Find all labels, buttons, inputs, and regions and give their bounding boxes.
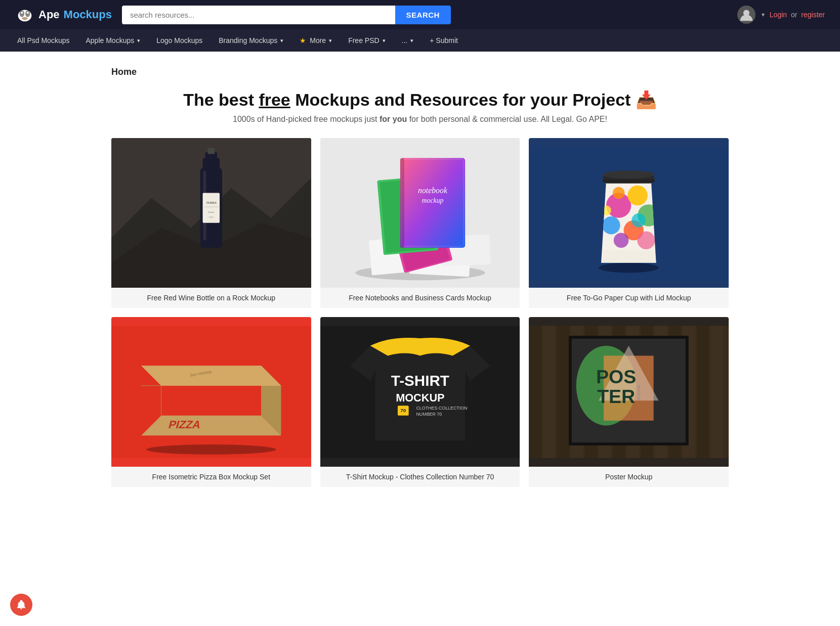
- mockup-card-poster[interactable]: POS TER MOCKUP Poster Mockup: [529, 317, 729, 487]
- auth-links: Login or register: [770, 11, 825, 19]
- svg-point-44: [637, 231, 655, 249]
- mockup-card-pizza[interactable]: PIZZA box mockup Free Isometric Pizza Bo…: [111, 317, 311, 487]
- svg-rect-81: [710, 326, 723, 458]
- svg-text:T-SHIRT: T-SHIRT: [391, 372, 449, 389]
- nav-submit[interactable]: + Submit: [423, 29, 465, 52]
- svg-marker-54: [141, 366, 281, 385]
- svg-text:NUMBER 70: NUMBER 70: [416, 412, 442, 417]
- pizza-illustration: PIZZA box mockup: [111, 317, 311, 467]
- mockup-card-tshirt[interactable]: T-SHIRT MOCKUP 70 CLOTHES COLLECTION NUM…: [320, 317, 520, 487]
- hero-title: The best free Mockups and Resources for …: [111, 90, 729, 110]
- svg-point-41: [602, 216, 620, 235]
- nav-all-psd[interactable]: All Psd Mockups: [10, 29, 76, 52]
- search-button[interactable]: SEARCH: [395, 6, 451, 24]
- svg-point-37: [603, 170, 655, 178]
- logo-icon: [15, 5, 34, 24]
- user-icon: [739, 8, 753, 22]
- svg-text:mockup: mockup: [422, 197, 443, 204]
- logo-text-mockups: Mockups: [64, 8, 112, 21]
- mockup-grid: TERRA Estate 2019 Free Red Wine Bottle o…: [111, 138, 729, 487]
- user-menu-chevron[interactable]: ▾: [762, 11, 765, 18]
- svg-text:CLOTHES COLLECTION: CLOTHES COLLECTION: [416, 406, 467, 411]
- mockup-card-wine[interactable]: TERRA Estate 2019 Free Red Wine Bottle o…: [111, 138, 311, 308]
- search-bar: SEARCH: [122, 6, 451, 24]
- card-image-notebooks: notebook mockup: [320, 138, 520, 288]
- card-image-tshirt: T-SHIRT MOCKUP 70 CLOTHES COLLECTION NUM…: [320, 317, 520, 467]
- svg-text:TERRA: TERRA: [206, 201, 217, 204]
- hero-title-free: free: [259, 90, 290, 109]
- card-label-tshirt: T-Shirt Mockup - Clothes Collection Numb…: [320, 467, 520, 487]
- svg-rect-19: [203, 170, 206, 240]
- svg-point-3: [21, 12, 23, 14]
- main-content: Home The best free Mockups and Resources…: [101, 52, 739, 502]
- svg-rect-48: [603, 180, 655, 183]
- svg-text:Estate: Estate: [208, 211, 215, 213]
- svg-text:MOCKUP: MOCKUP: [637, 385, 641, 401]
- login-link[interactable]: Login: [770, 11, 787, 19]
- svg-rect-68: [529, 326, 541, 458]
- card-image-pizza: PIZZA box mockup: [111, 317, 311, 467]
- svg-point-39: [628, 186, 648, 205]
- search-input[interactable]: [122, 6, 395, 24]
- nav-dots[interactable]: ...: [395, 29, 421, 52]
- svg-text:2019: 2019: [209, 216, 214, 218]
- or-text: or: [791, 11, 797, 19]
- hero-title-after: Mockups and Resources for your Project 📥: [290, 90, 657, 109]
- wine-illustration: TERRA Estate 2019: [111, 138, 311, 288]
- svg-rect-33: [400, 158, 404, 248]
- card-label-pizza: Free Isometric Pizza Box Mockup Set: [111, 467, 311, 487]
- svg-point-46: [632, 213, 646, 228]
- hero-subtitle: 1000s of Hand-picked free mockups just f…: [111, 115, 729, 124]
- mockup-card-cup[interactable]: Free To-Go Paper Cup with Lid Mockup: [529, 138, 729, 308]
- card-image-wine: TERRA Estate 2019: [111, 138, 311, 288]
- logo-link[interactable]: ApeMockups: [15, 5, 112, 24]
- breadcrumb: Home: [111, 67, 729, 77]
- card-image-cup: [529, 138, 729, 288]
- svg-rect-13: [207, 148, 215, 154]
- user-avatar[interactable]: [737, 6, 755, 24]
- star-icon: ★: [300, 36, 306, 44]
- svg-point-5: [22, 17, 27, 20]
- svg-text:POS: POS: [596, 366, 636, 387]
- register-link[interactable]: register: [801, 11, 825, 19]
- nav-more[interactable]: ★More: [292, 29, 339, 52]
- card-label-cup: Free To-Go Paper Cup with Lid Mockup: [529, 288, 729, 308]
- svg-text:PIZZA: PIZZA: [167, 418, 202, 431]
- svg-point-4: [27, 12, 29, 14]
- main-nav: All Psd Mockups Apple Mockups Logo Mocku…: [0, 29, 840, 52]
- svg-point-35: [599, 263, 658, 273]
- hero-subtitle-after: for both personal & commercial use. All …: [407, 115, 607, 123]
- tshirt-illustration: T-SHIRT MOCKUP 70 CLOTHES COLLECTION NUM…: [320, 317, 520, 467]
- hero-subtitle-before: 1000s of Hand-picked free mockups just: [233, 115, 380, 123]
- mockup-card-notebooks[interactable]: notebook mockup Free Notebooks and Busin…: [320, 138, 520, 308]
- card-label-wine: Free Red Wine Bottle on a Rock Mockup: [111, 288, 311, 308]
- poster-illustration: POS TER MOCKUP: [529, 317, 729, 467]
- svg-point-43: [614, 233, 629, 248]
- notebooks-illustration: notebook mockup: [320, 138, 520, 288]
- svg-rect-70: [557, 326, 570, 458]
- svg-text:TER: TER: [597, 386, 635, 407]
- hero-subtitle-bold: for you: [380, 115, 407, 123]
- card-image-poster: POS TER MOCKUP: [529, 317, 729, 467]
- svg-point-45: [613, 187, 625, 199]
- hero-title-before: The best: [183, 90, 259, 109]
- svg-rect-80: [697, 326, 709, 458]
- header-right: ▾ Login or register: [737, 6, 825, 24]
- svg-point-50: [146, 444, 276, 455]
- nav-apple[interactable]: Apple Mockups: [78, 29, 147, 52]
- svg-text:MOCKUP: MOCKUP: [396, 391, 444, 404]
- svg-rect-69: [543, 326, 556, 458]
- card-label-notebooks: Free Notebooks and Business Cards Mockup: [320, 288, 520, 308]
- svg-text:notebook: notebook: [418, 186, 448, 195]
- svg-text:70: 70: [400, 408, 406, 413]
- nav-branding[interactable]: Branding Mockups: [212, 29, 290, 52]
- logo-text-ape: Ape: [38, 8, 60, 21]
- nav-free-psd[interactable]: Free PSD: [341, 29, 392, 52]
- card-label-poster: Poster Mockup: [529, 467, 729, 487]
- cup-illustration: [529, 138, 729, 288]
- svg-marker-51: [141, 416, 281, 435]
- nav-logo[interactable]: Logo Mockups: [149, 29, 209, 52]
- site-header: ApeMockups SEARCH ▾ Login or register: [0, 0, 840, 29]
